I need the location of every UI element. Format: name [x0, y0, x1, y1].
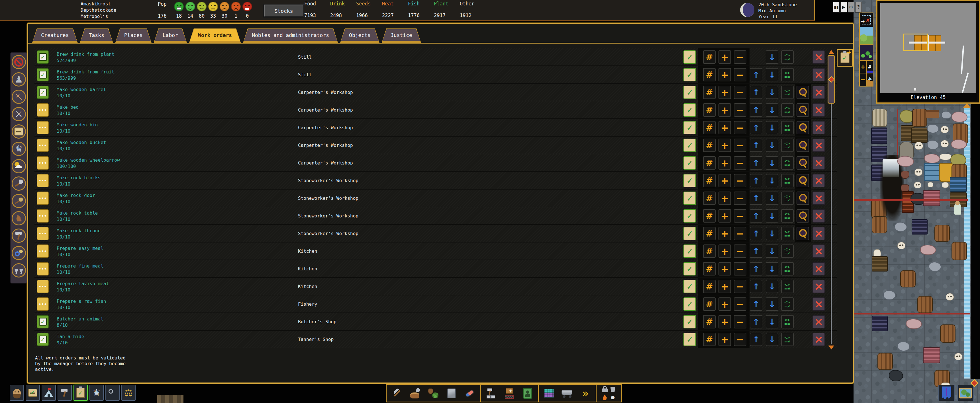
order-conditions-button[interactable]: <>=≠ — [781, 244, 794, 258]
order-status-checkbox[interactable]: ✓ — [37, 315, 49, 328]
decrease-count-button[interactable]: − — [734, 192, 746, 205]
remove-order-button[interactable]: × — [813, 139, 825, 152]
order-conditions-button[interactable]: <>=≠ — [781, 174, 794, 187]
justice-menu-button[interactable]: ⚖ — [121, 385, 135, 401]
cavern-view-button[interactable] — [860, 45, 873, 61]
workshop-assign-button[interactable]: # — [703, 121, 716, 134]
order-details-button[interactable] — [797, 156, 809, 170]
work-order-row[interactable]: ••• Make rock door 10/10 Stoneworker's W… — [35, 190, 837, 207]
increase-count-button[interactable]: + — [719, 209, 731, 222]
minimap-view[interactable] — [880, 3, 976, 94]
remove-order-button[interactable]: × — [813, 86, 825, 99]
order-details-button[interactable] — [797, 121, 809, 134]
sidebar-crown-button[interactable]: ♛ — [12, 142, 26, 156]
decrease-count-button[interactable]: − — [734, 280, 746, 293]
order-conditions-button[interactable]: <>=≠ — [781, 227, 794, 240]
order-conditions-button[interactable]: <>=≠ — [781, 50, 794, 64]
pause-button[interactable]: ▮▮ — [833, 2, 840, 13]
validate-order-button[interactable]: ✓ — [683, 280, 696, 293]
decrease-count-button[interactable]: − — [734, 174, 746, 187]
decrease-count-button[interactable]: − — [734, 156, 746, 170]
order-conditions-button[interactable]: <>=≠ — [781, 68, 794, 81]
order-status-checkbox[interactable]: ••• — [37, 262, 49, 276]
increase-count-button[interactable]: + — [719, 315, 731, 328]
erase-button[interactable] — [463, 386, 477, 401]
sidebar-orders-scroll-button[interactable] — [12, 124, 26, 139]
move-up-button[interactable]: ↑ — [750, 174, 762, 187]
move-up-button[interactable]: ↑ — [750, 297, 762, 311]
remove-order-button[interactable]: × — [813, 209, 825, 222]
order-status-checkbox[interactable]: ✓ — [37, 68, 49, 81]
help-button[interactable]: ? — [855, 2, 862, 13]
order-conditions-button[interactable]: <>=≠ — [781, 262, 794, 276]
order-conditions-button[interactable]: <>=≠ — [781, 156, 794, 170]
order-conditions-button[interactable]: <>=≠ — [781, 209, 794, 222]
remove-order-button[interactable]: × — [813, 297, 825, 311]
move-up-button[interactable]: ↑ — [750, 103, 762, 117]
objects-menu-button[interactable] — [105, 385, 120, 401]
increase-count-button[interactable]: + — [719, 50, 731, 64]
move-up-button[interactable]: ↑ — [750, 156, 762, 170]
move-up-button[interactable]: ↑ — [750, 192, 762, 205]
remove-order-button[interactable]: × — [813, 68, 825, 81]
move-up-button[interactable]: ↑ — [750, 262, 762, 276]
order-conditions-button[interactable]: <>=≠ — [781, 333, 794, 346]
remove-order-button[interactable]: × — [813, 121, 825, 134]
sidebar-forbid-button[interactable] — [12, 55, 26, 69]
work-order-row[interactable]: ••• Prepare easy meal 10/10 Kitchen ✓ # … — [35, 243, 837, 260]
work-order-row[interactable]: ••• Make rock blocks 10/10 Stoneworker's… — [35, 172, 837, 190]
validate-order-button[interactable]: ✓ — [683, 227, 696, 240]
order-status-checkbox[interactable]: ✓ — [37, 333, 49, 346]
validate-order-button[interactable]: ✓ — [683, 297, 696, 311]
burrows-button[interactable] — [542, 386, 556, 401]
validate-order-button[interactable]: ✓ — [683, 68, 696, 81]
validate-order-button[interactable]: ✓ — [683, 192, 696, 205]
sidebar-weather-button[interactable]: ☁ — [12, 159, 26, 173]
work-order-row[interactable]: ✓ Make wooden barrel 10/10 Carpenter's W… — [35, 84, 837, 101]
validate-order-button[interactable]: ✓ — [683, 315, 696, 328]
tab-places[interactable]: Places — [115, 29, 151, 43]
remove-order-button[interactable]: × — [813, 50, 825, 64]
new-work-order-button[interactable]: ✓ + — [837, 49, 853, 67]
build-button[interactable] — [484, 386, 498, 401]
tab-work-orders[interactable]: Work orders — [189, 29, 241, 43]
workshop-assign-button[interactable]: # — [703, 227, 716, 240]
workshop-assign-button[interactable]: # — [703, 244, 716, 258]
gather-button[interactable] — [426, 386, 440, 401]
scroll-down-arrow-icon[interactable] — [829, 346, 834, 349]
move-down-button[interactable]: ↓ — [766, 244, 778, 258]
order-conditions-button[interactable]: <>=≠ — [781, 121, 794, 134]
tab-tasks[interactable]: Tasks — [80, 29, 113, 43]
order-status-checkbox[interactable]: ••• — [37, 139, 49, 152]
decrease-count-button[interactable]: − — [734, 227, 746, 240]
increase-count-button[interactable]: + — [719, 121, 731, 134]
follow-cancel-button[interactable]: →× — [860, 13, 873, 27]
work-order-row[interactable]: ••• Make bed 10/10 Carpenter's Workshop … — [35, 101, 837, 119]
more-button[interactable]: » — [579, 386, 592, 401]
sidebar-livestock-button[interactable]: ♞ — [12, 211, 26, 225]
move-up-button[interactable]: ↑ — [750, 280, 762, 293]
move-up-button[interactable]: ↑ — [750, 244, 762, 258]
order-details-button[interactable] — [797, 174, 809, 187]
validate-order-button[interactable]: ✓ — [683, 156, 696, 170]
increase-count-button[interactable]: + — [719, 333, 731, 346]
order-status-checkbox[interactable]: ✓ — [37, 50, 49, 64]
work-order-row[interactable]: ••• Prepare lavish meal 10/10 Kitchen ✓ … — [35, 278, 837, 295]
places-menu-button[interactable] — [41, 385, 56, 401]
order-conditions-button[interactable]: <>=≠ — [781, 103, 794, 117]
workshop-assign-button[interactable]: # — [703, 174, 716, 187]
z-level-down-button[interactable]: − — [860, 73, 867, 86]
order-status-checkbox[interactable]: ••• — [37, 297, 49, 311]
decrease-count-button[interactable]: − — [734, 315, 746, 328]
labor-menu-button[interactable] — [57, 385, 72, 401]
forbid-toggle-button[interactable] — [601, 386, 609, 393]
order-status-checkbox[interactable]: ✓ — [37, 86, 49, 99]
surface-view-button[interactable] — [860, 27, 873, 45]
order-conditions-button[interactable]: <>=≠ — [781, 280, 794, 293]
move-down-button[interactable]: ↓ — [766, 50, 778, 64]
sidebar-axe-button[interactable] — [12, 176, 26, 191]
move-down-button[interactable]: ↓ — [766, 68, 778, 81]
workshop-assign-button[interactable]: # — [703, 315, 716, 328]
order-conditions-button[interactable]: <>=≠ — [781, 192, 794, 205]
stockpile-button[interactable] — [503, 386, 516, 401]
